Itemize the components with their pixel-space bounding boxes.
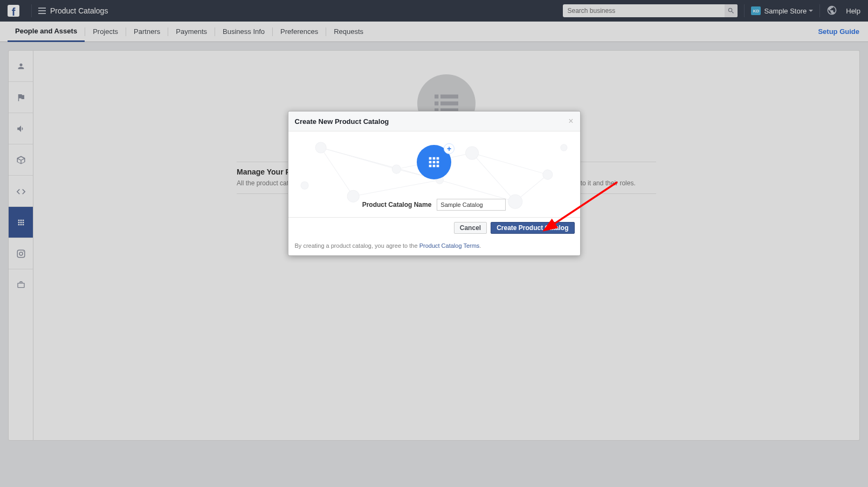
svg-point-29: [301, 182, 308, 189]
svg-point-23: [465, 147, 478, 159]
svg-point-28: [560, 144, 567, 151]
create-product-catalog-button[interactable]: Create Product Catalog: [491, 222, 574, 234]
svg-point-25: [347, 190, 359, 202]
svg-point-22: [392, 165, 401, 173]
create-product-catalog-modal: Create New Product Catalog × +: [288, 111, 581, 256]
catalog-name-row: Product Catalog Name: [362, 199, 506, 211]
catalog-grid-icon: +: [417, 145, 451, 179]
catalog-name-input[interactable]: [437, 199, 506, 211]
modal-title: Create New Product Catalog: [295, 117, 389, 126]
modal-footer: Cancel Create Product Catalog: [288, 218, 580, 238]
catalog-name-label: Product Catalog Name: [362, 201, 432, 208]
svg-point-24: [542, 170, 552, 179]
svg-line-14: [353, 180, 439, 196]
cancel-button[interactable]: Cancel: [454, 222, 487, 234]
plus-badge-icon: +: [444, 143, 454, 154]
modal-header: Create New Product Catalog ×: [288, 112, 580, 131]
modal-overlay: Create New Product Catalog × +: [0, 0, 868, 487]
svg-line-13: [472, 153, 547, 175]
product-catalog-terms-link[interactable]: Product Catalog Terms: [419, 242, 480, 249]
close-icon[interactable]: ×: [568, 117, 573, 126]
terms-text: By creating a product catalog, you agree…: [288, 238, 580, 255]
svg-point-21: [315, 142, 326, 153]
modal-body: + Product Catalog Name: [288, 131, 580, 218]
svg-line-18: [472, 153, 515, 201]
svg-point-27: [508, 194, 522, 208]
